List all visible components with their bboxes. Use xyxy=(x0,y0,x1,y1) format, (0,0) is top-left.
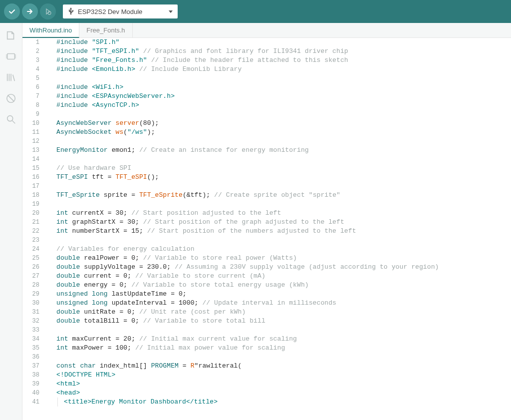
code-content[interactable]: #include <EmonLib.h> // Include EmonLib … xyxy=(46,65,511,74)
boards-manager-icon[interactable] xyxy=(5,51,16,62)
code-line[interactable]: 24// Variables for energy calculation xyxy=(22,245,511,254)
code-line[interactable]: 32double totalBill = 0; // Variable to s… xyxy=(22,317,511,326)
code-editor[interactable]: 1#include "SPI.h"2#include "TFT_eSPI.h" … xyxy=(22,38,511,420)
code-line[interactable]: 1#include "SPI.h" xyxy=(22,38,511,47)
code-line[interactable]: 31double unitRate = 0; // Unit rate (cos… xyxy=(22,308,511,317)
code-content[interactable]: <title>Energy Monitor Dashboard</title> xyxy=(46,398,511,407)
code-content[interactable]: int numberStartX = 15; // Start position… xyxy=(46,227,511,236)
code-content[interactable] xyxy=(46,155,511,164)
code-content[interactable]: double realPower = 0; // Variable to sto… xyxy=(46,254,511,263)
code-line[interactable]: 8#include <AsyncTCP.h> xyxy=(22,101,511,110)
code-content[interactable]: #include <AsyncTCP.h> xyxy=(46,101,511,110)
code-line[interactable]: 4#include <EmonLib.h> // Include EmonLib… xyxy=(22,65,511,74)
verify-button[interactable] xyxy=(4,3,20,19)
code-line[interactable]: 19 xyxy=(22,200,511,209)
code-line[interactable]: 26double supplyVoltage = 230.0; // Assum… xyxy=(22,263,511,272)
code-content[interactable]: AsyncWebSocket ws("/ws"); xyxy=(46,128,511,137)
code-line[interactable]: 9 xyxy=(22,110,511,119)
code-line[interactable]: 27double current = 0; // Variable to sto… xyxy=(22,272,511,281)
code-line[interactable]: 11AsyncWebSocket ws("/ws"); xyxy=(22,128,511,137)
line-number: 41 xyxy=(22,398,46,407)
code-content[interactable]: AsyncWebServer server(80); xyxy=(46,119,511,128)
code-content[interactable]: <!DOCTYPE HTML> xyxy=(46,371,511,380)
code-line[interactable]: 38<!DOCTYPE HTML> xyxy=(22,371,511,380)
code-line[interactable]: 35int maxPower = 100; // Initial max pow… xyxy=(22,344,511,353)
code-line[interactable]: 2#include "TFT_eSPI.h" // Graphics and f… xyxy=(22,47,511,56)
board-name: ESP32S2 Dev Module xyxy=(78,8,142,15)
line-number: 35 xyxy=(22,344,46,353)
tab-free-fonts[interactable]: Free_Fonts.h xyxy=(79,23,132,37)
code-line[interactable]: 30unsigned long updateInterval = 1000; /… xyxy=(22,299,511,308)
code-content[interactable]: double energy = 0; // Variable to store … xyxy=(46,281,511,290)
code-line[interactable]: 33 xyxy=(22,326,511,335)
code-content[interactable]: #include "Free_Fonts.h" // Include the h… xyxy=(46,56,511,65)
code-line[interactable]: 16TFT_eSPI tft = TFT_eSPI(); xyxy=(22,173,511,182)
code-content[interactable]: int currentX = 30; // Start position adj… xyxy=(46,209,511,218)
code-line[interactable]: 37const char index_html[] PROGMEM = R"ra… xyxy=(22,362,511,371)
code-content[interactable]: #include <WiFi.h> xyxy=(46,83,511,92)
code-content[interactable]: unsigned long lastUpdateTime = 0; xyxy=(46,290,511,299)
code-line[interactable]: 5 xyxy=(22,74,511,83)
code-content[interactable]: #include <ESPAsyncWebServer.h> xyxy=(46,92,511,101)
code-line[interactable]: 41<title>Energy Monitor Dashboard</title… xyxy=(22,398,511,407)
code-line[interactable]: 20int currentX = 30; // Start position a… xyxy=(22,209,511,218)
code-content[interactable]: // Variables for energy calculation xyxy=(46,245,511,254)
code-content[interactable]: EnergyMonitor emon1; // Create an instan… xyxy=(46,146,511,155)
code-line[interactable]: 17 xyxy=(22,182,511,191)
code-line[interactable]: 3#include "Free_Fonts.h" // Include the … xyxy=(22,56,511,65)
code-line[interactable]: 34int maxCurrent = 20; // Initial max cu… xyxy=(22,335,511,344)
code-line[interactable]: 25double realPower = 0; // Variable to s… xyxy=(22,254,511,263)
code-content[interactable]: double current = 0; // Variable to store… xyxy=(46,272,511,281)
line-number: 10 xyxy=(22,119,46,128)
code-content[interactable]: double totalBill = 0; // Variable to sto… xyxy=(46,317,511,326)
tab-bar: WithRound.ino Free_Fonts.h xyxy=(22,23,511,38)
debug-button[interactable] xyxy=(40,3,56,19)
debug-panel-icon[interactable] xyxy=(5,93,16,104)
code-content[interactable]: <html> xyxy=(46,380,511,389)
code-line[interactable]: 29unsigned long lastUpdateTime = 0; xyxy=(22,290,511,299)
code-content[interactable]: int maxPower = 100; // Initial max power… xyxy=(46,344,511,353)
library-manager-icon[interactable] xyxy=(5,72,16,83)
code-line[interactable]: 13EnergyMonitor emon1; // Create an inst… xyxy=(22,146,511,155)
code-content[interactable] xyxy=(46,236,511,245)
code-content[interactable]: int graphStartX = 30; // Start position … xyxy=(46,218,511,227)
search-icon[interactable] xyxy=(5,114,16,125)
code-content[interactable]: // Use hardware SPI xyxy=(46,164,511,173)
code-line[interactable]: 12 xyxy=(22,137,511,146)
sketchbook-icon[interactable] xyxy=(5,30,16,41)
code-content[interactable] xyxy=(46,326,511,335)
code-content[interactable]: unsigned long updateInterval = 1000; // … xyxy=(46,299,511,308)
code-content[interactable]: #include "TFT_eSPI.h" // Graphics and fo… xyxy=(46,47,511,56)
code-content[interactable]: <head> xyxy=(46,389,511,398)
code-line[interactable]: 6#include <WiFi.h> xyxy=(22,83,511,92)
code-content[interactable] xyxy=(46,137,511,146)
code-content[interactable]: int maxCurrent = 20; // Initial max curr… xyxy=(46,335,511,344)
code-line[interactable]: 18TFT_eSprite sprite = TFT_eSprite(&tft)… xyxy=(22,191,511,200)
code-line[interactable]: 7#include <ESPAsyncWebServer.h> xyxy=(22,92,511,101)
code-content[interactable]: double unitRate = 0; // Unit rate (cost … xyxy=(46,308,511,317)
code-content[interactable] xyxy=(46,74,511,83)
code-content[interactable] xyxy=(46,182,511,191)
code-content[interactable]: const char index_html[] PROGMEM = R"rawl… xyxy=(46,362,511,371)
code-line[interactable]: 23 xyxy=(22,236,511,245)
code-line[interactable]: 39<html> xyxy=(22,380,511,389)
code-content[interactable]: TFT_eSPI tft = TFT_eSPI(); xyxy=(46,173,511,182)
code-line[interactable]: 22int numberStartX = 15; // Start positi… xyxy=(22,227,511,236)
code-line[interactable]: 14 xyxy=(22,155,511,164)
board-selector[interactable]: ESP32S2 Dev Module xyxy=(63,4,178,18)
code-content[interactable]: double supplyVoltage = 230.0; // Assumin… xyxy=(46,263,511,272)
code-content[interactable]: #include "SPI.h" xyxy=(46,38,511,47)
upload-button[interactable] xyxy=(22,3,38,19)
code-line[interactable]: 28double energy = 0; // Variable to stor… xyxy=(22,281,511,290)
code-line[interactable]: 40<head> xyxy=(22,389,511,398)
line-number: 3 xyxy=(22,56,46,65)
tab-withround[interactable]: WithRound.ino xyxy=(22,23,79,38)
code-content[interactable] xyxy=(46,110,511,119)
code-line[interactable]: 21int graphStartX = 30; // Start positio… xyxy=(22,218,511,227)
code-content[interactable]: TFT_eSprite sprite = TFT_eSprite(&tft); … xyxy=(46,191,511,200)
code-content[interactable] xyxy=(46,200,511,209)
code-content[interactable] xyxy=(46,353,511,362)
code-line[interactable]: 36 xyxy=(22,353,511,362)
code-line[interactable]: 15// Use hardware SPI xyxy=(22,164,511,173)
code-line[interactable]: 10AsyncWebServer server(80); xyxy=(22,119,511,128)
